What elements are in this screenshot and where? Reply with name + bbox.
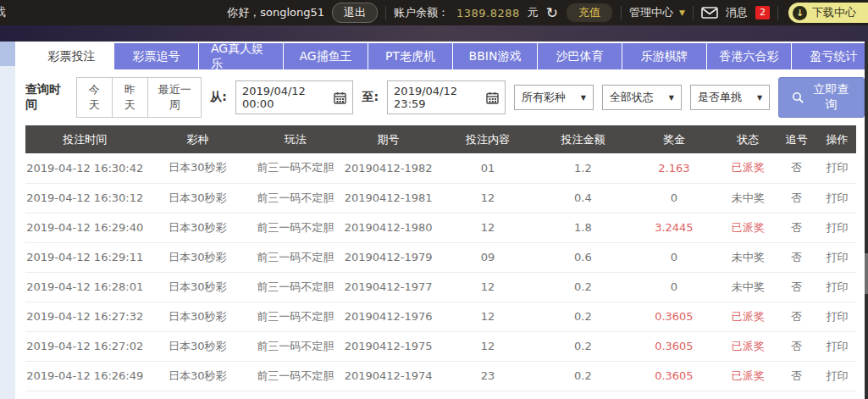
table-row: 2019-04-12 16:30:12 日本30秒彩 前三一码不定胆 20190… [25, 183, 856, 213]
tab-lottery-chase[interactable]: 彩票追号 [114, 43, 198, 69]
from-date-input[interactable]: 2019/04/12 00:00 [235, 80, 354, 114]
tab-profit-stats[interactable]: 盈亏统计 [792, 43, 868, 69]
play-cell: 前三一码不定胆 [251, 183, 340, 213]
issue-cell: 20190412-1975 [340, 331, 437, 361]
play-cell: 前三一码不定胆 [251, 272, 340, 302]
chase-cell: 否 [776, 242, 818, 272]
bet-time-cell: 2019-04-12 16:27:02 [25, 331, 144, 361]
lottery-cell: 日本30秒彩 [144, 302, 251, 331]
tab-saba-sports[interactable]: 沙巴体育 [538, 43, 622, 69]
page-left-margin-accent [0, 42, 15, 66]
last-week-button[interactable]: 最近一周 [147, 77, 202, 118]
chevron-down-icon: ▼ [679, 8, 685, 17]
status-cell: 已派奖 [721, 213, 776, 242]
print-link[interactable]: 打印 [818, 331, 856, 361]
play-cell: 前三一码不定胆 [251, 242, 340, 272]
header-content: 投注内容 [437, 125, 539, 153]
print-link[interactable]: 打印 [818, 213, 856, 242]
amount-cell: 0.2 [539, 361, 628, 391]
tab-leyou-chess[interactable]: 乐游棋牌 [622, 43, 706, 69]
content-cell: 23 [437, 361, 539, 391]
today-button[interactable]: 今天 [76, 77, 113, 118]
print-link[interactable]: 打印 [818, 361, 856, 391]
bet-time-cell: 2019-04-12 16:30:12 [25, 183, 144, 213]
print-link[interactable]: 打印 [818, 302, 856, 331]
print-link[interactable]: 打印 [818, 183, 856, 213]
balance-value: 1389.8288 [456, 7, 520, 19]
print-link[interactable]: 打印 [818, 153, 856, 183]
calendar-icon[interactable] [334, 91, 346, 104]
amount-cell: 0.2 [539, 272, 628, 302]
bet-time-cell: 2019-04-12 16:29:11 [25, 242, 144, 272]
admin-center-menu[interactable]: 管理中心 ▼ [629, 5, 685, 20]
tab-ag-fishing[interactable]: AG捕鱼王 [284, 43, 368, 69]
download-center-button[interactable]: ↓ 下载中心 [788, 3, 868, 23]
content-cell: 12 [437, 302, 539, 331]
status-cell: 已派奖 [721, 153, 776, 183]
recharge-button[interactable]: 充值 [566, 3, 613, 23]
refresh-icon[interactable]: ↻ [546, 6, 558, 20]
play-cell: 前三一码不定胆 [251, 153, 340, 183]
status-select[interactable]: 全部状态 ▼ [602, 85, 682, 110]
chase-cell: 否 [776, 213, 818, 242]
messages-label[interactable]: 消息 [726, 5, 748, 20]
table-row: 2019-04-12 16:30:42 日本30秒彩 前三一码不定胆 20190… [25, 153, 856, 183]
print-link[interactable]: 打印 [818, 242, 856, 272]
prize-cell: 0.3605 [628, 302, 721, 331]
vertical-scrollbar[interactable] [865, 42, 868, 399]
bet-time-cell: 2019-04-12 16:28:01 [25, 272, 144, 302]
to-date-input[interactable]: 2019/04/12 23:59 [387, 80, 506, 114]
status-cell: 已派奖 [721, 361, 776, 391]
content-cell: 09 [437, 242, 539, 272]
divider [385, 6, 386, 19]
play-cell: 前三一码不定胆 [251, 213, 340, 242]
content-panel: 彩票投注 彩票追号 AG真人娱乐 AG捕鱼王 PT老虎机 BBIN游戏 沙巴体育… [15, 42, 865, 399]
search-now-button[interactable]: 立即查询 [778, 77, 865, 118]
tab-ag-live[interactable]: AG真人娱乐 [199, 43, 283, 69]
bet-time-cell: 2019-04-12 16:30:42 [25, 153, 144, 183]
chase-cell: 否 [776, 153, 818, 183]
play-cell: 前三一码不定胆 [251, 302, 340, 331]
lottery-type-select[interactable]: 所有彩种 ▼ [514, 85, 594, 110]
to-label: 至: [362, 90, 379, 105]
tab-hk-mark-six[interactable]: 香港六合彩 [707, 43, 791, 69]
search-now-label: 立即查询 [811, 82, 851, 113]
bet-time-cell: 2019-04-12 16:26:49 [25, 361, 144, 391]
tab-pt-slots[interactable]: PT老虎机 [368, 43, 452, 69]
balance-unit: 元 [528, 5, 539, 20]
chase-cell: 否 [776, 361, 818, 391]
issue-cell: 20190412-1979 [340, 242, 437, 272]
status-value: 全部状态 [610, 90, 654, 105]
lottery-cell: 日本30秒彩 [144, 183, 251, 213]
table-row: 2019-04-12 16:28:01 日本30秒彩 前三一码不定胆 20190… [25, 272, 856, 302]
topbar: 戏 你好，songlong51 退出 账户余额： 1389.8288 元 ↻ 充… [0, 0, 868, 25]
query-filter-bar: 查询时间 今天 昨天 最近一周 从: 2019/04/12 00:00 至: [25, 77, 865, 118]
print-link[interactable]: 打印 [818, 272, 856, 302]
tab-lottery-bets[interactable]: 彩票投注 [30, 43, 113, 69]
issue-cell: 20190412-1976 [340, 302, 437, 331]
page-left-margin [0, 42, 15, 399]
header-status: 状态 [721, 125, 776, 153]
bet-time-cell: 2019-04-12 16:27:32 [25, 302, 144, 331]
lottery-cell: 日本30秒彩 [144, 331, 251, 361]
calendar-icon[interactable] [486, 91, 499, 104]
logout-button[interactable]: 退出 [332, 3, 378, 23]
prize-cell: 0 [628, 242, 721, 272]
envelope-icon[interactable] [701, 7, 718, 19]
play-cell: 前三一码不定胆 [251, 331, 340, 361]
header-chase: 追号 [776, 125, 818, 153]
issue-cell: 20190412-1977 [340, 272, 437, 302]
messages-count-badge[interactable]: 2 [755, 6, 770, 19]
issue-cell: 20190412-1981 [340, 183, 437, 213]
chevron-down-icon: ▼ [757, 94, 762, 102]
content-cell: 12 [437, 272, 539, 302]
lottery-cell: 日本30秒彩 [144, 213, 251, 242]
tab-bbin-games[interactable]: BBIN游戏 [453, 43, 537, 69]
scrollbar-thumb[interactable] [865, 253, 868, 294]
yesterday-button[interactable]: 昨天 [112, 77, 148, 118]
user-greeting: 你好，songlong51 [227, 5, 324, 20]
table-header-row: 投注时间 彩种 玩法 期号 投注内容 投注金额 奖金 状态 追号 操作 [25, 125, 856, 153]
table-row: 2019-04-12 16:27:02 日本30秒彩 前三一码不定胆 20190… [25, 331, 856, 361]
single-pick-select[interactable]: 是否单挑 ▼ [690, 85, 770, 110]
content-cell: 12 [437, 213, 539, 242]
